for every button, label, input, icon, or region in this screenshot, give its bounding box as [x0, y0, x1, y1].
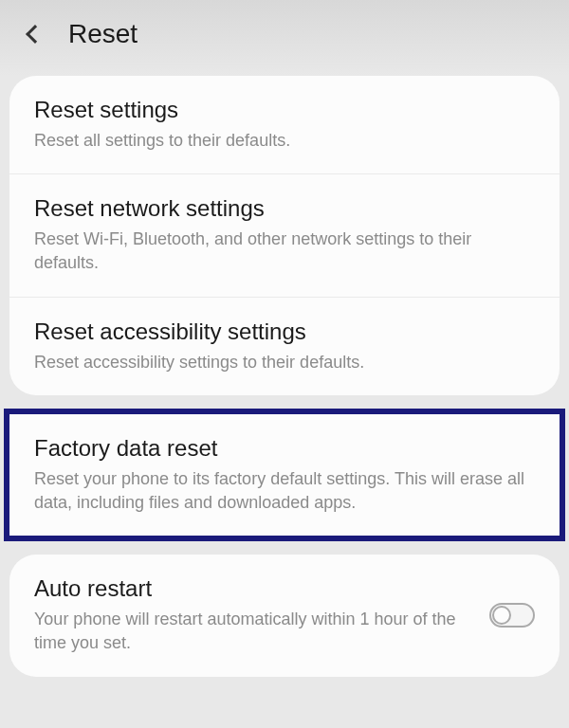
auto-restart-card: Auto restart Your phone will restart aut…	[9, 555, 560, 676]
auto-restart-item[interactable]: Auto restart Your phone will restart aut…	[9, 555, 560, 676]
reset-accessibility-item[interactable]: Reset accessibility settings Reset acces…	[9, 298, 560, 395]
toggle-knob	[492, 606, 511, 625]
item-title: Reset network settings	[34, 195, 535, 222]
back-icon[interactable]	[26, 25, 45, 44]
page-title: Reset	[68, 19, 138, 49]
item-title: Auto restart	[34, 575, 470, 602]
item-desc: Reset Wi-Fi, Bluetooth, and other networ…	[34, 228, 535, 275]
item-desc: Reset all settings to their defaults.	[34, 129, 535, 153]
auto-restart-text: Auto restart Your phone will restart aut…	[34, 575, 489, 655]
factory-reset-highlight: Factory data reset Reset your phone to i…	[4, 409, 565, 541]
item-desc: Reset your phone to its factory default …	[34, 467, 535, 515]
factory-data-reset-item[interactable]: Factory data reset Reset your phone to i…	[9, 414, 560, 536]
reset-network-item[interactable]: Reset network settings Reset Wi-Fi, Blue…	[9, 174, 560, 297]
item-title: Factory data reset	[34, 435, 535, 462]
item-desc: Reset accessibility settings to their de…	[34, 351, 535, 374]
header: Reset	[0, 0, 569, 76]
reset-options-card: Reset settings Reset all settings to the…	[9, 76, 560, 395]
item-title: Reset settings	[34, 97, 535, 123]
reset-settings-item[interactable]: Reset settings Reset all settings to the…	[9, 76, 560, 174]
item-title: Reset accessibility settings	[34, 318, 535, 345]
item-desc: Your phone will restart automatically wi…	[34, 608, 470, 655]
auto-restart-toggle[interactable]	[489, 603, 535, 628]
